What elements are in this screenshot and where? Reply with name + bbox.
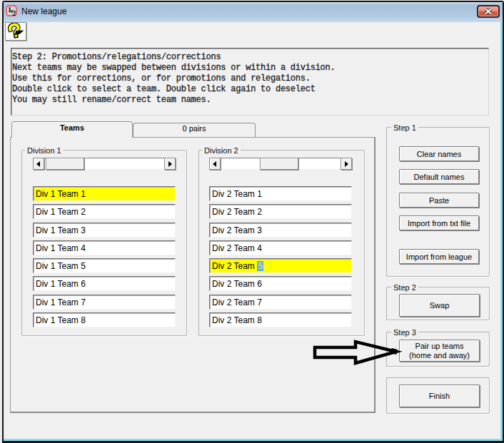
- svg-text:2: 2: [12, 9, 16, 17]
